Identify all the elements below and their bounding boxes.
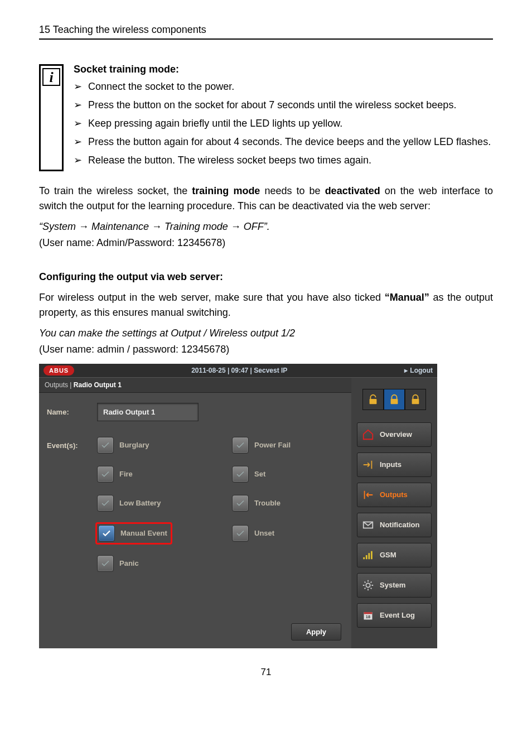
socket-training-heading: Socket training mode: (74, 62, 493, 77)
side-panel: Overview Inputs Outputs Notification GSM (351, 378, 437, 648)
apply-button[interactable]: Apply (291, 623, 341, 641)
configuring-heading: Configuring the output via web server: (39, 269, 493, 285)
checkbox-lowbattery[interactable] (97, 495, 114, 512)
checkbox-trouble[interactable] (232, 495, 249, 512)
info-icon: i (39, 64, 64, 171)
gear-icon (362, 579, 374, 591)
name-label: Name: (47, 407, 97, 418)
svg-rect-0 (370, 399, 377, 404)
house-icon (362, 428, 374, 441)
calendar-icon: 18 (362, 609, 374, 622)
checkbox-fire[interactable] (97, 466, 114, 483)
manual-tick-paragraph: For wireless output in the web server, m… (39, 290, 493, 320)
arrow-in-icon (362, 459, 374, 471)
svg-rect-1 (391, 399, 398, 404)
training-mode-paragraph: To train the wireless socket, the traini… (39, 184, 493, 214)
nav-eventlog[interactable]: 18 Event Log (357, 603, 432, 628)
arrow-out-icon (362, 489, 374, 501)
name-input[interactable] (97, 403, 199, 421)
page-number: 71 (39, 665, 493, 680)
checkbox-set[interactable] (232, 466, 249, 483)
event-label: Low Battery (119, 498, 161, 509)
checkbox-burglary[interactable] (97, 437, 114, 454)
checkbox-manual-event[interactable] (98, 525, 115, 542)
credentials-line: (User name: Admin/Password: 12345678) (39, 235, 493, 251)
svg-point-4 (366, 583, 370, 587)
training-step: Press the button on the socket for about… (74, 98, 493, 113)
event-label: Burglary (119, 440, 149, 451)
training-step: Press the button again for about 4 secon… (74, 134, 493, 150)
nav-gsm[interactable]: GSM (357, 543, 432, 567)
checkbox-powerfail[interactable] (232, 437, 249, 454)
event-label: Trouble (254, 498, 280, 509)
checkbox-unset[interactable] (232, 525, 249, 542)
nav-system[interactable]: System (357, 573, 432, 598)
nav-outputs[interactable]: Outputs (357, 483, 432, 507)
web-interface-screenshot: ABUS 2011-08-25 | 09:47 | Secvest IP ▸ L… (39, 364, 437, 648)
breadcrumb: Outputs | Radio Output 1 (39, 378, 351, 393)
event-label: Power Fail (254, 440, 291, 451)
arm-state-row (351, 378, 437, 419)
info-block: i Socket training mode: Connect the sock… (39, 62, 493, 171)
event-label: Panic (119, 558, 139, 569)
settings-path: “System → Maintenance → Training mode → … (39, 219, 493, 234)
event-label: Manual Event (120, 528, 167, 539)
nav-overview[interactable]: Overview (357, 422, 432, 447)
manual-event-highlight: Manual Event (95, 522, 172, 545)
header-status: 2011-08-25 | 09:47 | Secvest IP (74, 365, 404, 375)
event-label: Unset (254, 528, 274, 539)
credentials-line-2: (User name: admin / password: 12345678) (39, 342, 493, 357)
nav-notification[interactable]: Notification (357, 513, 432, 537)
training-step: Connect the socket to the power. (74, 79, 493, 94)
training-step: Release the button. The wireless socket … (74, 153, 493, 168)
nav-inputs[interactable]: Inputs (357, 452, 432, 477)
caret-right-icon: ▸ (404, 365, 408, 375)
app-header: ABUS 2011-08-25 | 09:47 | Secvest IP ▸ L… (39, 364, 437, 378)
lock-open-icon[interactable] (362, 389, 384, 410)
svg-text:18: 18 (366, 614, 370, 619)
envelope-icon (362, 519, 374, 531)
training-step: Keep pressing again briefly until the LE… (74, 116, 493, 131)
lock-closed-icon[interactable] (405, 389, 426, 410)
event-label: Fire (119, 469, 133, 480)
svg-rect-2 (412, 399, 419, 404)
settings-location-line: You can make the settings at Output / Wi… (39, 326, 493, 341)
logout-link[interactable]: ▸ Logout (404, 365, 433, 375)
page-header: 15 Teaching the wireless components (39, 22, 493, 40)
checkbox-panic[interactable] (97, 555, 114, 572)
abus-logo: ABUS (43, 365, 74, 376)
training-steps-list: Connect the socket to the power. Press t… (74, 79, 493, 168)
svg-rect-6 (364, 612, 373, 614)
event-label: Set (254, 469, 265, 480)
lock-partial-icon[interactable] (384, 389, 405, 410)
signal-icon (362, 549, 374, 561)
events-label: Event(s): (47, 437, 97, 451)
